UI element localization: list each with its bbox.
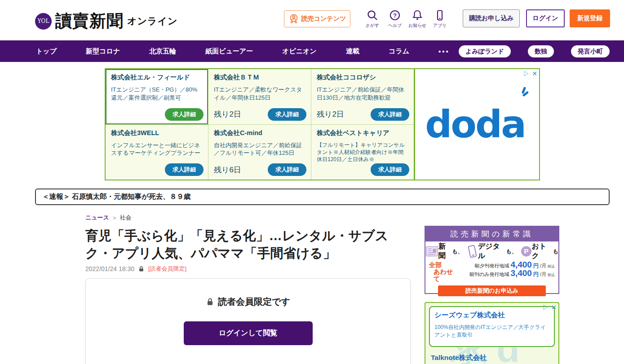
job-card[interactable]: Talknote株式会社 SaaS法人営業-HRテクノロジー大賞「業務変革サービ…	[425, 351, 558, 364]
nav-pill-sudoku[interactable]: 数独	[528, 45, 554, 57]
promo-price: 3,400	[510, 268, 532, 278]
promo-area-label: 朝夕刊発行地域	[474, 263, 509, 269]
job-ad-banner: 株式会社エル・フィールド ITエンジニア（SE・PG）／80%還元／案件選択制／…	[105, 68, 540, 180]
job-detail-button[interactable]: 求人詳細	[165, 108, 204, 121]
nav-item-paper-viewer[interactable]: 紙面ビューアー	[205, 47, 253, 56]
job-detail-button[interactable]: 求人詳細	[371, 163, 409, 176]
breaking-news-bar[interactable]: ＜速報＞ 石原慎太郎・元都知事が死去、８９歳	[35, 189, 610, 205]
promo-tax-label: 税込	[548, 272, 555, 277]
member-only-label: [読者会員限定]	[148, 265, 186, 273]
ad-close-icon[interactable]: ✕	[551, 304, 557, 311]
job-company: 株式会社C-mind	[214, 129, 305, 137]
job-description: 100%自社内開発のITエンジニア／大手クライアントと直取引	[434, 324, 549, 339]
job-company: 株式会社ベストキャリア	[317, 129, 408, 137]
job-card[interactable]: 株式会社エル・フィールド ITエンジニア（SE・PG）／80%還元／案件選択制／…	[106, 69, 208, 124]
job-company: 株式会社3WELL	[111, 129, 203, 137]
promo-price-row: 朝刊のみ発行地域 3,400 円 /月 税込	[457, 268, 555, 277]
register-button[interactable]: 新規登録	[570, 9, 610, 27]
paywall-heading-row: 読者会員限定です	[86, 296, 410, 308]
article-meta: 2022/01/24 18:30 [読者会員限定]	[85, 265, 186, 273]
breaking-news-text: ＜速報＞ 石原慎太郎・元都知事が死去、８９歳	[42, 192, 190, 202]
yol-badge-icon: YOL	[35, 13, 52, 30]
job-ad-grid: 株式会社エル・フィールド ITエンジニア（SE・PG）／80%還元／案件選択制／…	[105, 68, 415, 180]
job-card[interactable]: 株式会社ココロザシ ITエンジニア／前給保証／年間休日130日／地方在宅勤務歓迎…	[311, 69, 414, 124]
job-days-left: 残り2日	[214, 109, 241, 119]
ribbon-person-icon	[288, 13, 299, 24]
adchoices-icon[interactable]: ▷	[542, 304, 549, 311]
promo-apply-button[interactable]: 読売新聞のお申込み	[438, 285, 546, 296]
nav-pill-yomipo-land[interactable]: よみぽランド	[459, 45, 511, 57]
job-company: 株式会社エル・フィールド	[111, 73, 203, 82]
newspaper-icon	[425, 245, 438, 258]
yomiuri-subscription-ad[interactable]: 読売新聞の新常識 新聞 も、 デジタル も、 P おトク も	[425, 226, 559, 294]
notifications-label: お知らせ	[408, 22, 427, 29]
logo-subtitle: オンライン	[127, 15, 177, 27]
ad-close-icon[interactable]: ✕	[532, 70, 537, 77]
job-detail-button[interactable]: 求人詳細	[268, 108, 306, 121]
nav-item-corona[interactable]: 新型コロナ	[86, 47, 120, 56]
adchoices-icon[interactable]: ▷	[523, 70, 529, 77]
page: YOL 讀賣新聞 オンライン 読売コンテンツ さがす	[0, 0, 624, 364]
job-card[interactable]: 株式会社3WELL インフルエンサーと一緒にビジネスするマーケティングプランナー…	[106, 125, 208, 180]
article-date: 2022/01/24 18:30	[85, 265, 134, 272]
search-button[interactable]: さがす	[361, 9, 384, 29]
job-company: 株式会社ＢＴＭ	[214, 73, 305, 82]
breadcrumb: ニュース > 社会	[85, 214, 132, 222]
promo-yen: 円	[533, 271, 539, 278]
job-days-left: 残り6日	[214, 165, 241, 175]
notifications-button[interactable]: お知らせ	[406, 9, 429, 29]
header-icon-group: さがす ? ヘルプ お知らせ	[361, 9, 451, 29]
nav-item-series[interactable]: 連載	[346, 47, 359, 56]
login-to-view-button[interactable]: ログインして閲覧	[184, 321, 313, 345]
app-button[interactable]: アプリ	[429, 9, 451, 29]
promo-header: 読売新聞の新常識	[425, 227, 558, 241]
yomiuri-contents-button[interactable]: 読売コンテンツ	[284, 10, 350, 27]
breadcrumb-society-link[interactable]: 社会	[120, 214, 132, 222]
job-card[interactable]: 株式会社ベストキャリア 【フルリモート】キャリアコンサルタント※人材紹介経験者向…	[311, 125, 414, 180]
promo-per-month: /月	[540, 263, 546, 269]
job-card[interactable]: 株式会社C-mind 自社内開発エンジニア／前給保証／フルリモート可／年休125…	[208, 125, 311, 180]
promo-feature-label: おトク	[532, 242, 553, 261]
article-title: 育児「手ぶら化」「見える化」…レンタル・サブスク・アプリ人気、パパママ「手間省け…	[85, 227, 411, 262]
promo-feature-suffix: も、	[452, 248, 463, 255]
promo-body: 全部 あわせて 朝夕刊発行地域 4,400 円 /月 税込 朝刊のみ発行地域 3…	[425, 259, 558, 282]
job-description: ITエンジニア（SE・PG）／80%還元／案件選択制／副業可	[111, 86, 203, 101]
job-card[interactable]: 株式会社ＢＴＭ ITエンジニア／柔軟なワークスタイル／年間休日125日 残り2日…	[208, 69, 311, 124]
promo-feature-suffix: も	[553, 248, 558, 255]
login-button[interactable]: ログイン	[526, 9, 565, 27]
promo-feature-label: デジタル	[478, 242, 506, 261]
doda-logo: doda	[425, 102, 525, 146]
promo-all-together-label: 全部 あわせて	[429, 260, 457, 282]
job-description: 自社内開発エンジニア／前給保証／フルリモート可／年休125日	[214, 141, 305, 157]
doda-ad[interactable]: ▷ ✕ doda	[415, 68, 540, 180]
job-days-left: 残り2日	[317, 109, 344, 119]
header: YOL 讀賣新聞 オンライン 読売コンテンツ さがす	[0, 0, 624, 40]
search-icon	[367, 9, 378, 21]
yomiuri-logo[interactable]: YOL 讀賣新聞 オンライン	[35, 10, 177, 32]
job-card[interactable]: シーズウェブ株式会社 100%自社内開発のITエンジニア／大手クライアントと直取…	[429, 306, 555, 347]
nav-pill-hatsugen-komachi[interactable]: 発言小町	[571, 45, 610, 57]
breadcrumb-separator: >	[113, 215, 116, 221]
breadcrumb-news-link[interactable]: ニュース	[85, 214, 109, 222]
svg-text:P: P	[524, 247, 528, 255]
job-description: 【フルリモート】キャリアコンサルタント※人材紹介経験者向け※年間休日120日／土…	[317, 141, 408, 163]
nav-item-beijing-olympics[interactable]: 北京五輪	[149, 47, 176, 56]
promo-area-label: 朝刊のみ発行地域	[469, 271, 509, 278]
paywall-heading: 読者会員限定です	[218, 296, 290, 308]
job-description: インフルエンサーと一緒にビジネスするマーケティングプランナー	[111, 141, 203, 157]
nav-item-opinion[interactable]: オピニオン	[282, 47, 317, 56]
sidebar-job-ad: 求d ▷ ✕ シーズウェブ株式会社 100%自社内開発のITエンジニア／大手クラ…	[425, 302, 559, 364]
contents-button-label: 読売コンテンツ	[301, 15, 346, 23]
nav-more-button[interactable]: •••	[438, 48, 450, 55]
main-nav: トップ 新型コロナ 北京五輪 紙面ビューアー オピニオン 連載 コラム ••• …	[0, 40, 624, 62]
app-label: アプリ	[433, 22, 447, 29]
nav-item-column[interactable]: コラム	[389, 47, 409, 56]
job-detail-button[interactable]: 求人詳細	[268, 163, 306, 176]
subscribe-button[interactable]: 購読お申し込み	[463, 9, 520, 27]
nav-item-top[interactable]: トップ	[36, 47, 57, 56]
promo-features: 新聞 も、 デジタル も、 P おトク も	[425, 244, 558, 259]
job-detail-button[interactable]: 求人詳細	[371, 108, 409, 121]
help-button[interactable]: ? ヘルプ	[384, 9, 406, 29]
job-detail-button[interactable]: 求人詳細	[165, 163, 204, 176]
job-description: ITエンジニア／前給保証／年間休日130日／地方在宅勤務歓迎	[317, 86, 408, 101]
